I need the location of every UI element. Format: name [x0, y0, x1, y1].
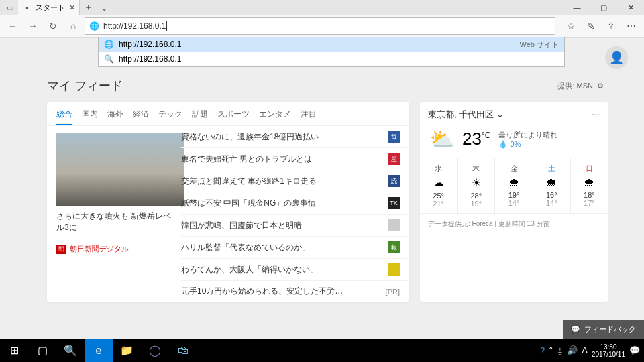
chevron-up-icon[interactable]: ˄: [549, 345, 553, 355]
search-button[interactable]: 🔍: [56, 339, 85, 362]
tab-chevron-icon[interactable]: ⌄: [96, 3, 112, 13]
headline-text: 東名で夫婦死亡 男とのトラブルとは: [181, 154, 312, 165]
close-button[interactable]: ✕: [617, 0, 644, 15]
headline-row[interactable]: 元手10万円から始められる、安定した不労…[PR]: [181, 281, 409, 302]
system-tray: ? ˄ ⏚ 🔊 A 13:502017/10/11 💬: [540, 339, 644, 362]
maximize-button[interactable]: ▢: [590, 0, 617, 15]
day-low: 14°: [533, 199, 570, 207]
more-button[interactable]: ⋯: [623, 17, 640, 35]
news-tab[interactable]: テック: [158, 109, 182, 125]
source-badge: 毎: [388, 131, 400, 143]
headline-row[interactable]: ハリル監督「代表なめているのか」報: [181, 237, 409, 259]
feedback-button[interactable]: 💬 フィードバック: [563, 320, 644, 339]
news-tab[interactable]: 経済: [133, 109, 149, 125]
clock[interactable]: 13:502017/10/11: [592, 343, 625, 358]
tab-close-icon[interactable]: ✕: [69, 3, 75, 12]
news-tab[interactable]: スポーツ: [217, 109, 250, 125]
headline-text: 紙幣は不安 中国「現金NG」の裏事情: [181, 198, 316, 209]
weather-location[interactable]: 東京都, 千代田区 ⌄: [428, 109, 504, 121]
page-content: 👤 マイ フィード 提供: MSN ⚙ 総合 国内 海外 経済 テック 話題 ス…: [0, 38, 644, 339]
reading-button[interactable]: ✎: [582, 17, 600, 35]
new-tab-button[interactable]: ＋: [80, 1, 96, 13]
help-icon[interactable]: ?: [540, 345, 545, 355]
weather-header: 東京都, 千代田区 ⌄ ⋯: [420, 102, 608, 127]
toolbar-right: ☆ ✎ ⇪ ⋯: [562, 17, 640, 35]
feed-provider: 提供: MSN ⚙: [557, 81, 604, 91]
forecast-row: 水 ☁ 25° 21°木 ☀ 28° 19°金 🌧 19° 14°土 🌧 16°…: [420, 158, 608, 213]
address-text: http://192.168.0.1: [103, 21, 166, 31]
forecast-day[interactable]: 日 🌧 18° 17°: [571, 158, 608, 213]
day-icon: ☁: [420, 176, 457, 189]
suggestion-row[interactable]: 🔍 http://192.168.0.1: [99, 52, 564, 66]
day-high: 18°: [571, 191, 608, 199]
edge-button[interactable]: e: [85, 339, 113, 362]
news-body: さらに大きな噴火も 新燃岳レベル3に 朝 朝日新聞デジタル 資格ないのに、遺族年…: [47, 126, 409, 302]
forecast-day[interactable]: 土 🌧 16° 14°: [533, 158, 571, 213]
more-icon[interactable]: ⋯: [592, 110, 600, 119]
back-button[interactable]: ←: [4, 17, 21, 35]
day-low: 17°: [571, 199, 608, 207]
news-tab[interactable]: エンタメ: [259, 109, 291, 125]
headline-row[interactable]: 韓国が悲鳴、国慶節で日本と明暗: [181, 215, 409, 237]
volume-icon[interactable]: 🔊: [567, 345, 578, 355]
text-cursor: [166, 21, 167, 31]
eclipse-button[interactable]: ◯: [141, 339, 169, 362]
share-button[interactable]: ⇪: [602, 17, 620, 35]
news-tab[interactable]: 海外: [107, 109, 123, 125]
forecast-day[interactable]: 木 ☀ 28° 19°: [458, 158, 495, 213]
avatar[interactable]: 👤: [605, 46, 628, 69]
headline-row[interactable]: 東名で夫婦死亡 男とのトラブルとは産: [181, 148, 409, 170]
forward-button[interactable]: →: [24, 17, 42, 35]
tab-strip: ▭ ▪ スタート ✕ ＋ ⌄: [1, 0, 112, 15]
feature-article[interactable]: さらに大きな噴火も 新燃岳レベル3に 朝 朝日新聞デジタル: [47, 126, 181, 302]
day-low: 21°: [420, 200, 457, 208]
start-button[interactable]: ⊞: [0, 339, 28, 362]
browser-tab[interactable]: ▪ スタート ✕: [18, 0, 80, 15]
window-titlebar: ▭ ▪ スタート ✕ ＋ ⌄ — ▢ ✕: [0, 0, 644, 15]
headline-row[interactable]: 資格ないのに、遺族年金18億円過払い毎: [181, 126, 409, 148]
favorites-button[interactable]: ☆: [562, 17, 580, 35]
headline-row[interactable]: 交差点と間違えて 車が線路1キロ走る読: [181, 170, 409, 192]
suggestion-type: Web サイト: [520, 40, 559, 50]
forecast-day[interactable]: 水 ☁ 25° 21°: [420, 158, 458, 213]
day-icon: 🌧: [495, 176, 532, 188]
source-badge: 朝: [56, 245, 66, 254]
headline-text: 元手10万円から始められる、安定した不労…: [181, 286, 343, 297]
minimize-button[interactable]: —: [564, 0, 590, 15]
home-button[interactable]: ⌂: [64, 17, 82, 35]
headline-row[interactable]: わろてんか、大阪人「納得いかない」: [181, 259, 409, 281]
address-bar[interactable]: 🌐 http://192.168.0.1: [85, 17, 555, 35]
source-badge: 報: [388, 241, 400, 253]
store-button[interactable]: 🛍: [169, 339, 197, 362]
day-low: 14°: [495, 199, 532, 207]
ime-icon[interactable]: A: [582, 345, 588, 355]
window-icon: ▭: [1, 3, 18, 12]
comment-icon: 💬: [571, 325, 580, 334]
day-high: 25°: [420, 192, 457, 200]
suggestion-row[interactable]: 🌐 http://192.168.0.1 Web サイト: [99, 37, 564, 52]
gear-icon[interactable]: ⚙: [597, 82, 604, 90]
explorer-button[interactable]: 📁: [113, 339, 141, 362]
weather-icon: ⛅: [429, 127, 454, 151]
globe-icon: 🌐: [104, 40, 113, 49]
forecast-day[interactable]: 金 🌧 19° 14°: [495, 158, 533, 213]
headline-text: 資格ないのに、遺族年金18億円過払い: [181, 131, 319, 143]
news-tab[interactable]: 国内: [82, 109, 98, 125]
wifi-icon[interactable]: ⏚: [557, 345, 563, 355]
weather-temp: 23°C: [462, 129, 490, 149]
suggestion-text: http://192.168.0.1: [119, 54, 181, 64]
globe-icon: 🌐: [89, 21, 99, 31]
window-controls: — ▢ ✕: [564, 0, 644, 15]
headline-row[interactable]: 紙幣は不安 中国「現金NG」の裏事情TK: [181, 192, 409, 215]
news-tab[interactable]: 総合: [56, 109, 72, 125]
news-tab[interactable]: 話題: [192, 109, 208, 125]
news-tab[interactable]: 注目: [301, 109, 317, 125]
day-low: 19°: [458, 200, 494, 208]
taskbar: ⊞ ▢ 🔍 e 📁 ◯ 🛍 ? ˄ ⏚ 🔊 A 13:502017/10/11 …: [0, 339, 644, 362]
refresh-button[interactable]: ↻: [44, 17, 62, 35]
source-badge: [388, 263, 400, 276]
feed-header: マイ フィード 提供: MSN ⚙: [0, 78, 644, 98]
taskview-button[interactable]: ▢: [28, 339, 56, 362]
notifications-icon[interactable]: 💬: [629, 345, 640, 355]
day-icon: 🌧: [533, 176, 570, 188]
